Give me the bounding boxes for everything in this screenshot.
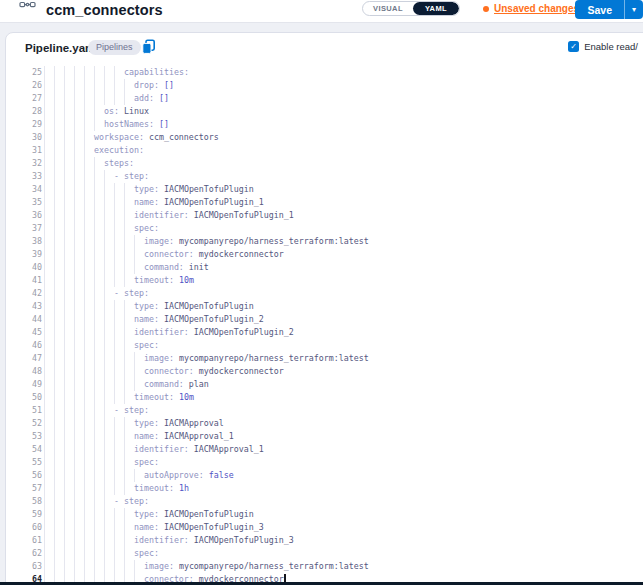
line-number: 37 [6,222,42,235]
code-line[interactable]: 56 autoApprove: false [6,469,643,482]
code-line[interactable]: 44 name: IACMOpenTofuPlugin_2 [6,313,643,326]
code-text: spec: [44,339,159,352]
line-number: 47 [6,352,42,365]
code-text: drop: [] [44,79,174,92]
code-line[interactable]: 27 add: [] [6,92,643,105]
code-text: add: [] [44,92,169,105]
code-line[interactable]: 36 identifier: IACMOpenTofuPlugin_1 [6,209,643,222]
enable-read-checkbox[interactable]: ✓ [568,41,579,52]
page-header: ccm_connectors VISUAL YAML Unsaved chang… [0,0,643,23]
pipeline-yaml-editor-page: ccm_connectors VISUAL YAML Unsaved chang… [0,0,643,585]
line-number: 35 [6,196,42,209]
code-text: name: IACMApproval_1 [44,430,234,443]
code-line[interactable]: 38 image: mycompanyrepo/harness_terrafor… [6,235,643,248]
code-line[interactable]: 54 identifier: IACMApproval_1 [6,443,643,456]
code-text: autoApprove: false [44,469,234,482]
code-text: name: IACMOpenTofuPlugin_1 [44,196,264,209]
code-line[interactable]: 52 type: IACMApproval [6,417,643,430]
code-line[interactable]: 43 type: IACMOpenTofuPlugin [6,300,643,313]
code-line[interactable]: 42 - step: [6,287,643,300]
line-number: 29 [6,118,42,131]
code-line[interactable]: 31 execution: [6,144,643,157]
code-text: connector: mydockerconnector [44,248,284,261]
code-text: steps: [44,157,134,170]
code-line[interactable]: 41 timeout: 10m [6,274,643,287]
line-number: 36 [6,209,42,222]
save-dropdown-button[interactable]: ▾ [625,0,643,19]
yaml-code-editor[interactable]: 25 capabilities:26 drop: []27 add: []28 … [6,66,643,585]
code-line[interactable]: 35 name: IACMOpenTofuPlugin_1 [6,196,643,209]
code-text: name: IACMOpenTofuPlugin_3 [44,521,264,534]
code-text: workspace: ccm_connectors [44,131,219,144]
line-number: 44 [6,313,42,326]
code-line[interactable]: 57 timeout: 1h [6,482,643,495]
copy-icon[interactable] [141,39,156,59]
code-text: timeout: 10m [44,274,194,287]
code-line[interactable]: 26 drop: [] [6,79,643,92]
code-text: image: mycompanyrepo/harness_terraform:l… [44,560,369,573]
unsaved-changes-link[interactable]: Unsaved changes [483,3,579,14]
code-line[interactable]: 63 image: mycompanyrepo/harness_terrafor… [6,560,643,573]
code-line[interactable]: 40 command: init [6,261,643,274]
save-button[interactable]: Save [575,4,624,16]
pipeline-icon [19,1,36,21]
line-number: 30 [6,131,42,144]
code-line[interactable]: 45 identifier: IACMOpenTofuPlugin_2 [6,326,643,339]
code-text: spec: [44,456,159,469]
code-line[interactable]: 48 connector: mydockerconnector [6,365,643,378]
code-line[interactable]: 55 spec: [6,456,643,469]
line-number: 53 [6,430,42,443]
page-title: ccm_connectors [46,2,163,18]
code-text: spec: [44,222,159,235]
code-text: identifier: IACMOpenTofuPlugin_3 [44,534,294,547]
code-text: identifier: IACMOpenTofuPlugin_2 [44,326,294,339]
line-number: 43 [6,300,42,313]
line-number: 27 [6,92,42,105]
line-number: 31 [6,144,42,157]
code-text: identifier: IACMOpenTofuPlugin_1 [44,209,294,222]
code-text: name: IACMOpenTofuPlugin_2 [44,313,264,326]
code-line[interactable]: 32 steps: [6,157,643,170]
code-line[interactable]: 62 spec: [6,547,643,560]
code-line[interactable]: 50 timeout: 10m [6,391,643,404]
line-number: 46 [6,339,42,352]
code-line[interactable]: 28 os: Linux [6,105,643,118]
unsaved-dot-icon [483,6,489,12]
pipelines-badge: Pipelines [88,40,141,55]
line-number: 59 [6,508,42,521]
code-line[interactable]: 59 type: IACMOpenTofuPlugin [6,508,643,521]
save-split-button: Save ▾ [575,0,643,19]
tab-yaml[interactable]: YAML [413,2,459,15]
code-line[interactable]: 58 - step: [6,495,643,508]
code-text: - step: [44,495,149,508]
code-line[interactable]: 46 spec: [6,339,643,352]
line-number: 61 [6,534,42,547]
code-line[interactable]: 30 workspace: ccm_connectors [6,131,643,144]
line-number: 63 [6,560,42,573]
line-number: 52 [6,417,42,430]
tab-visual[interactable]: VISUAL [363,2,413,15]
code-line[interactable]: 39 connector: mydockerconnector [6,248,643,261]
code-text: timeout: 10m [44,391,194,404]
line-number: 58 [6,495,42,508]
code-text: type: IACMOpenTofuPlugin [44,300,254,313]
line-number: 40 [6,261,42,274]
code-text: - step: [44,170,149,183]
code-line[interactable]: 33 - step: [6,170,643,183]
code-text: os: Linux [44,105,149,118]
line-number: 39 [6,248,42,261]
code-text: image: mycompanyrepo/harness_terraform:l… [44,235,369,248]
code-text: execution: [44,144,144,157]
code-line[interactable]: 25 capabilities: [6,66,643,79]
code-line[interactable]: 49 command: plan [6,378,643,391]
line-number: 33 [6,170,42,183]
code-line[interactable]: 61 identifier: IACMOpenTofuPlugin_3 [6,534,643,547]
code-line[interactable]: 51 - step: [6,404,643,417]
code-line[interactable]: 60 name: IACMOpenTofuPlugin_3 [6,521,643,534]
code-line[interactable]: 37 spec: [6,222,643,235]
code-line[interactable]: 47 image: mycompanyrepo/harness_terrafor… [6,352,643,365]
code-line[interactable]: 29 hostNames: [] [6,118,643,131]
line-number: 60 [6,521,42,534]
code-line[interactable]: 53 name: IACMApproval_1 [6,430,643,443]
code-line[interactable]: 34 type: IACMOpenTofuPlugin [6,183,643,196]
